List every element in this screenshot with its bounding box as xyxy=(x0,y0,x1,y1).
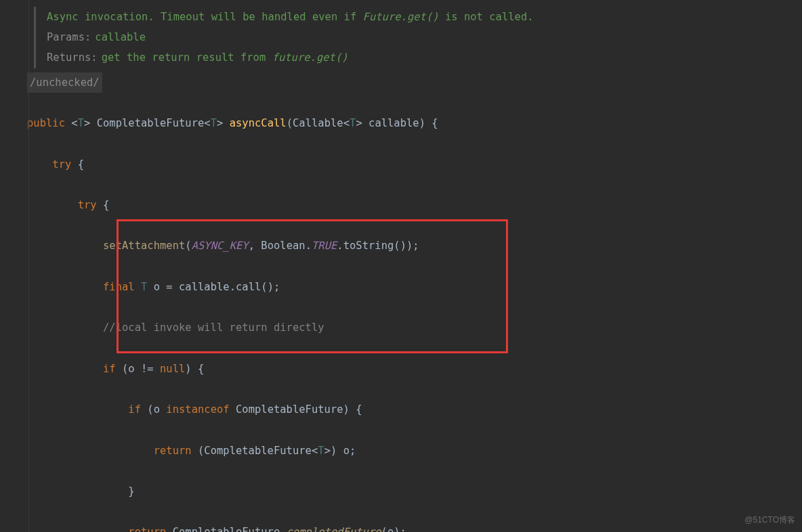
doc-text: Async invocation. Timeout will be handle… xyxy=(47,11,363,23)
watermark: @51CTO博客 xyxy=(744,512,795,528)
doc-returns-row: Returns:get the return result from futur… xyxy=(47,47,802,68)
code-line[interactable]: return (CompletableFuture<T>) o; xyxy=(27,441,802,461)
returns-code: future.get() xyxy=(272,51,348,64)
doc-text: is not called. xyxy=(439,11,534,23)
returns-label: Returns: xyxy=(47,51,98,64)
code-line[interactable]: } xyxy=(27,481,802,502)
code-line[interactable]: if (o != null) { xyxy=(27,359,802,379)
code-line[interactable]: return CompletableFuture.completedFuture… xyxy=(27,522,802,532)
returns-text: get the return result from xyxy=(102,51,272,64)
code-line[interactable]: try { xyxy=(27,154,802,175)
code-line[interactable]: if (o instanceof CompletableFuture) { xyxy=(27,399,802,420)
code-line[interactable]: public <T> CompletableFuture<T> asyncCal… xyxy=(27,113,802,133)
code-line[interactable]: setAttachment(ASYNC_KEY, Boolean.TRUE.to… xyxy=(27,236,802,256)
code-line[interactable]: try { xyxy=(27,195,802,215)
doc-description: Async invocation. Timeout will be handle… xyxy=(47,7,802,27)
unchecked-annotation: /unchecked/ xyxy=(27,72,102,93)
gutter-line xyxy=(28,0,29,532)
doc-params-row: Params:callable xyxy=(47,27,802,47)
code-editor[interactable]: public <T> CompletableFuture<T> asyncCal… xyxy=(27,93,802,532)
doc-inline-code: Future.get() xyxy=(363,11,439,23)
params-label: Params: xyxy=(47,31,91,43)
javadoc-block: Async invocation. Timeout will be handle… xyxy=(34,7,802,68)
code-line[interactable]: //local invoke will return directly xyxy=(27,317,802,338)
params-value: callable xyxy=(95,31,146,43)
code-line[interactable]: final T o = callable.call(); xyxy=(27,277,802,297)
